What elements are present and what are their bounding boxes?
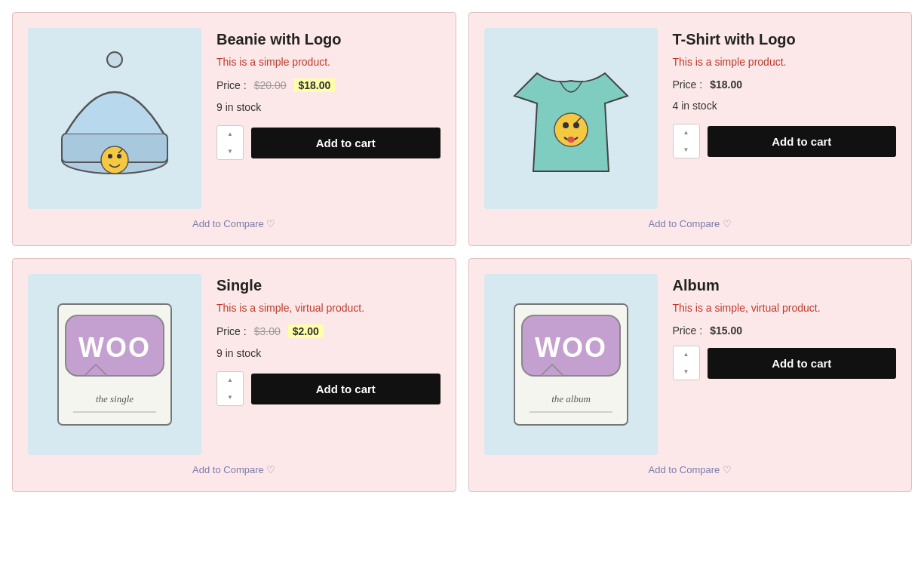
product-title: Beanie with Logo bbox=[216, 31, 441, 48]
price-new: $2.00 bbox=[288, 324, 324, 338]
product-details: T-Shirt with Logo This is a simple produ… bbox=[673, 28, 897, 209]
price-label: Price : bbox=[216, 325, 247, 337]
heart-icon: ♡ bbox=[266, 464, 275, 475]
svg-text:WOO: WOO bbox=[78, 332, 151, 363]
add-to-cart-button[interactable]: Add to cart bbox=[708, 348, 897, 379]
product-details: Single This is a simple, virtual product… bbox=[216, 274, 441, 455]
price-row: Price : $3.00 $2.00 bbox=[216, 324, 441, 338]
price-label: Price : bbox=[216, 79, 247, 91]
product-card-beanie-with-logo: Beanie with Logo This is a simple produc… bbox=[12, 12, 456, 246]
product-details: Album This is a simple, virtual product.… bbox=[673, 274, 897, 455]
compare-row: Add to Compare ♡ bbox=[484, 463, 897, 476]
product-grid: Beanie with Logo This is a simple produc… bbox=[12, 12, 912, 492]
svg-point-2 bbox=[107, 52, 122, 67]
price-current: $15.00 bbox=[710, 324, 742, 337]
add-to-compare-link[interactable]: Add to Compare ♡ bbox=[192, 464, 275, 475]
product-image-wrap bbox=[28, 28, 201, 209]
product-description: This is a simple, virtual product. bbox=[673, 302, 897, 314]
svg-point-4 bbox=[108, 154, 112, 158]
add-to-compare-link[interactable]: Add to Compare ♡ bbox=[649, 218, 732, 229]
svg-text:the album: the album bbox=[551, 393, 591, 404]
price-row: Price : $18.00 bbox=[673, 78, 897, 91]
quantity-spinner[interactable] bbox=[216, 371, 244, 406]
price-row: Price : $15.00 bbox=[673, 324, 897, 337]
product-title: Album bbox=[673, 277, 897, 294]
quantity-spinner[interactable] bbox=[673, 346, 700, 380]
product-image-wrap bbox=[484, 28, 658, 209]
compare-row: Add to Compare ♡ bbox=[28, 217, 441, 230]
price-new: $18.00 bbox=[294, 78, 336, 92]
svg-point-7 bbox=[563, 122, 569, 128]
product-image-wrap: WOO the single bbox=[28, 274, 201, 455]
svg-text:WOO: WOO bbox=[535, 332, 607, 363]
stock-info: 9 in stock bbox=[216, 347, 441, 359]
quantity-spinner[interactable] bbox=[673, 124, 700, 158]
product-image-wrap: WOO the album bbox=[484, 274, 658, 455]
product-title: Single bbox=[216, 277, 441, 294]
svg-point-3 bbox=[101, 146, 128, 174]
add-to-cart-row: Add to cart bbox=[216, 371, 441, 406]
add-to-cart-button[interactable]: Add to cart bbox=[251, 128, 441, 158]
add-to-cart-row: Add to cart bbox=[673, 346, 897, 380]
add-to-compare-link[interactable]: Add to Compare ♡ bbox=[649, 464, 732, 475]
heart-icon: ♡ bbox=[266, 218, 275, 229]
heart-icon: ♡ bbox=[723, 464, 732, 475]
add-to-compare-link[interactable]: Add to Compare ♡ bbox=[192, 218, 275, 229]
add-to-cart-row: Add to cart bbox=[673, 124, 897, 158]
svg-point-5 bbox=[117, 154, 121, 158]
quantity-spinner[interactable] bbox=[216, 125, 244, 160]
heart-icon: ♡ bbox=[723, 218, 732, 229]
price-label: Price : bbox=[673, 324, 703, 337]
add-to-cart-button[interactable]: Add to cart bbox=[708, 126, 897, 157]
price-label: Price : bbox=[673, 78, 703, 91]
svg-point-8 bbox=[573, 122, 579, 128]
product-description: This is a simple product. bbox=[673, 56, 897, 68]
svg-text:the single: the single bbox=[96, 393, 134, 404]
add-to-cart-button[interactable]: Add to cart bbox=[251, 374, 441, 404]
compare-row: Add to Compare ♡ bbox=[484, 217, 897, 230]
product-description: This is a simple, virtual product. bbox=[216, 302, 441, 314]
product-description: This is a simple product. bbox=[216, 56, 441, 68]
product-card-tshirt-with-logo: T-Shirt with Logo This is a simple produ… bbox=[468, 12, 913, 246]
product-title: T-Shirt with Logo bbox=[673, 31, 897, 48]
stock-info: 4 in stock bbox=[673, 100, 897, 112]
product-card-album: WOO the album Album This is a simple, vi… bbox=[468, 258, 913, 492]
price-old: $3.00 bbox=[254, 325, 281, 337]
svg-point-9 bbox=[567, 137, 575, 143]
add-to-cart-row: Add to cart bbox=[216, 125, 441, 160]
price-current: $18.00 bbox=[710, 78, 742, 91]
stock-info: 9 in stock bbox=[216, 101, 441, 113]
price-row: Price : $20.00 $18.00 bbox=[216, 78, 441, 92]
product-card-single: WOO the single Single This is a simple, … bbox=[12, 258, 456, 492]
compare-row: Add to Compare ♡ bbox=[28, 463, 441, 476]
price-old: $20.00 bbox=[254, 79, 287, 91]
product-details: Beanie with Logo This is a simple produc… bbox=[216, 28, 441, 209]
